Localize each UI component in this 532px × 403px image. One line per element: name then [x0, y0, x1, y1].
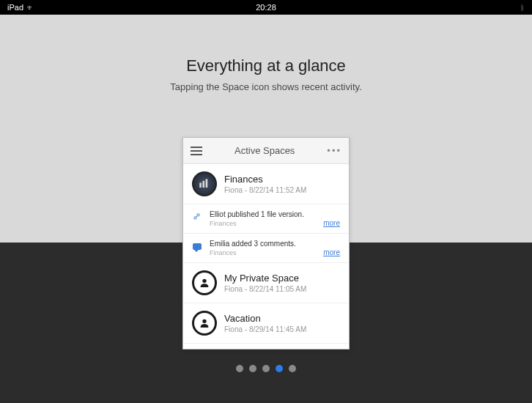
active-spaces-panel: Active Spaces ••• Finances Fiona - 8/22/… — [182, 137, 350, 350]
finances-avatar-icon — [192, 171, 217, 196]
space-meta: Fiona - 8/29/14 11:45 AM — [224, 325, 306, 333]
activity-title: Elliot published 1 file version. — [210, 210, 340, 218]
activity-item[interactable]: Emilia added 3 comments. Finances more — [183, 234, 349, 263]
pager-dot-3[interactable] — [276, 365, 283, 372]
person-avatar-icon — [192, 311, 217, 336]
space-meta: Fiona - 8/22/14 11:05 AM — [224, 285, 306, 293]
svg-point-4 — [202, 319, 206, 323]
space-item-finances[interactable]: Finances Fiona - 8/22/14 11:52 AM — [183, 164, 349, 204]
space-name: My Private Space — [224, 273, 306, 284]
svg-rect-1 — [203, 181, 205, 188]
svg-point-3 — [202, 279, 206, 283]
person-avatar-icon — [192, 270, 217, 295]
hero-subtitle: Tapping the Space icon shows recent acti… — [0, 81, 532, 92]
link-icon: ⚯ — [192, 212, 202, 222]
pager-dot-0[interactable] — [236, 365, 243, 372]
activity-title: Emilia added 3 comments. — [210, 240, 340, 248]
hamburger-icon[interactable] — [191, 147, 202, 155]
panel-title: Active Spaces — [234, 145, 295, 156]
space-item-private[interactable]: My Private Space Fiona - 8/22/14 11:05 A… — [183, 263, 349, 303]
page-indicator — [236, 365, 296, 372]
more-link[interactable]: more — [323, 219, 340, 227]
pager-dot-4[interactable] — [289, 365, 296, 372]
svg-rect-2 — [206, 179, 208, 188]
bluetooth-icon: ᛒ — [520, 4, 525, 12]
activity-sub: Finances — [210, 249, 340, 256]
status-time: 20:28 — [256, 3, 276, 12]
comment-icon — [192, 241, 202, 251]
wifi-icon: ᯤ — [27, 4, 34, 12]
device-label: iPad — [7, 3, 23, 12]
hero-title: Everything at a glance — [0, 56, 532, 75]
activity-sub: Finances — [210, 220, 340, 227]
space-meta: Fiona - 8/22/14 11:52 AM — [224, 186, 306, 194]
space-name: Finances — [224, 174, 306, 185]
panel-header: Active Spaces ••• — [183, 138, 349, 164]
pager-dot-2[interactable] — [262, 365, 270, 372]
svg-rect-0 — [199, 182, 202, 188]
activity-item[interactable]: ⚯ Elliot published 1 file version. Finan… — [183, 204, 349, 234]
ios-status-bar: iPad ᯤ 20:28 ᛒ — [0, 0, 532, 15]
space-item-vacation[interactable]: Vacation Fiona - 8/29/14 11:45 AM — [183, 303, 349, 344]
more-link[interactable]: more — [323, 248, 340, 256]
pager-dot-1[interactable] — [249, 365, 256, 372]
space-name: Vacation — [224, 313, 306, 324]
more-menu-icon[interactable]: ••• — [327, 145, 341, 156]
